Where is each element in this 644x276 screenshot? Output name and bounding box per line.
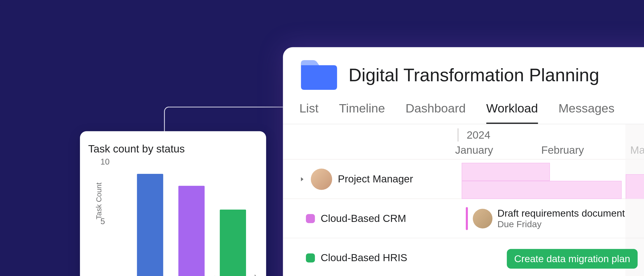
task-migration-plan[interactable]: Create data migration plan	[507, 249, 638, 268]
tab-workload[interactable]: Workload	[486, 101, 538, 124]
role-label: Project Manager	[338, 173, 413, 185]
ytick: 5	[100, 217, 105, 226]
ytick: 10	[100, 157, 109, 167]
tab-messages[interactable]: Messages	[558, 101, 615, 124]
chart-card: Task count by status Task Count 10 5 Com…	[80, 131, 266, 276]
tabs: List Timeline Dashboard Workload Message…	[283, 91, 644, 124]
project-label: Cloud-Based HRIS	[321, 252, 407, 264]
project-color-dot	[306, 214, 315, 223]
chart-bar	[220, 210, 246, 276]
project-label: Cloud-Based CRM	[321, 212, 406, 224]
project-color-dot	[306, 253, 315, 262]
workload-bar[interactable]	[626, 174, 644, 199]
avatar	[473, 209, 492, 228]
app-window: Digital Transformation Planning List Tim…	[283, 47, 644, 276]
task-marker	[466, 207, 468, 230]
chart-title: Task count by status	[88, 143, 258, 155]
chart-ylabel: Task Count	[95, 182, 103, 219]
expand-icon[interactable]	[299, 176, 305, 182]
month-feb: February	[541, 144, 584, 157]
row-project-manager: Project Manager	[283, 160, 644, 199]
bar-chart: Task Count 10 5	[100, 162, 258, 276]
tab-list[interactable]: List	[299, 101, 318, 124]
project-title: Digital Transformation Planning	[349, 65, 599, 86]
chart-bar	[178, 186, 205, 276]
row-cloud-crm: Cloud-Based CRM Draft requirements docum…	[283, 199, 644, 238]
folder-icon	[299, 59, 339, 91]
tab-dashboard[interactable]: Dashboard	[406, 101, 466, 124]
row-cloud-hris: Cloud-Based HRIS Create data migration p…	[283, 238, 644, 276]
month-jan: January	[455, 144, 493, 157]
task-due: Due Friday	[497, 219, 625, 229]
avatar	[311, 168, 332, 190]
task-draft-requirements[interactable]: Draft requirements document Due Friday	[466, 207, 625, 230]
chart-bar	[137, 174, 163, 276]
workload-bar[interactable]	[462, 163, 550, 181]
year-label: 2024	[458, 128, 490, 141]
tab-timeline[interactable]: Timeline	[339, 101, 385, 124]
timeline-header: 2024 January February March April May	[283, 124, 644, 160]
workload-bar[interactable]	[462, 181, 622, 199]
task-title: Draft requirements document	[497, 208, 625, 219]
